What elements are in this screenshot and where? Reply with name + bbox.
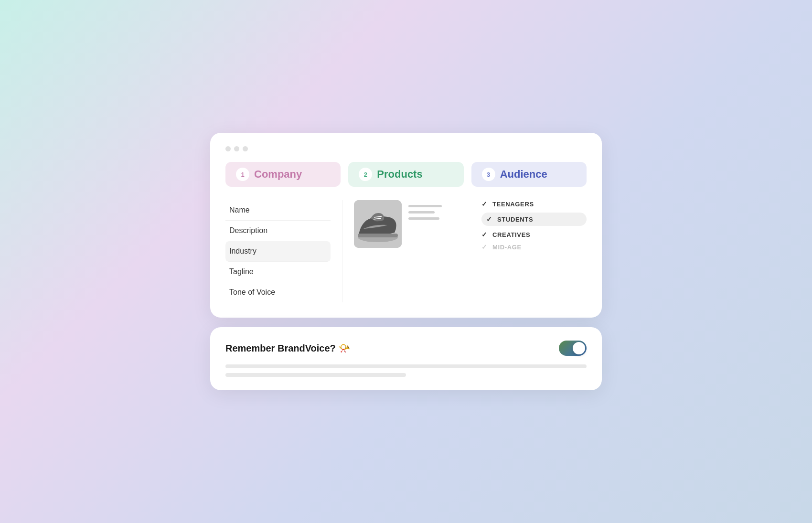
company-column: Name Description Industry Tagline Tone o… [225,200,342,302]
company-item-description[interactable]: Description [225,221,331,241]
check-icon-mid-age: ✓ [481,243,488,251]
tab-products[interactable]: 2 Products [348,162,463,187]
shoe-svg [354,200,402,248]
brandvoice-title: Remember BrandVoice? 📯 [225,342,350,354]
company-item-industry[interactable]: Industry [225,241,331,262]
progress-bar-2 [225,373,406,377]
tab-audience-number: 3 [482,168,495,181]
window-dot-3 [243,146,248,151]
content-row: Name Description Industry Tagline Tone o… [225,200,587,302]
tabs-row: 1 Company 2 Products 3 Audience [225,162,587,187]
progress-lines [225,364,587,377]
product-line-2 [408,211,435,213]
products-column [342,200,470,302]
product-image [354,200,402,248]
audience-list: ✓ TEENAGERS ✓ STUDENTS ✓ CREATIVES ✓ MID… [481,200,587,251]
check-icon-teenagers: ✓ [481,200,488,208]
tab-company-label: Company [254,168,302,181]
audience-item-students[interactable]: ✓ STUDENTS [481,213,587,226]
audience-item-mid-age[interactable]: ✓ MID-AGE [481,243,587,251]
audience-label-teenagers: TEENAGERS [492,201,534,208]
company-item-tagline[interactable]: Tagline [225,262,331,282]
check-icon-creatives: ✓ [481,231,488,238]
window-dot-2 [234,146,239,151]
svg-rect-4 [358,234,398,237]
tab-products-label: Products [377,168,422,181]
tab-audience-label: Audience [500,168,547,181]
product-line-1 [408,205,442,207]
brandvoice-row: Remember BrandVoice? 📯 [225,341,587,356]
window-dots [225,146,587,151]
check-icon-students: ✓ [486,215,492,223]
tab-company-number: 1 [236,168,249,181]
top-card: 1 Company 2 Products 3 Audience Name Des… [210,133,602,318]
product-line-3 [408,217,439,220]
audience-label-students: STUDENTS [497,216,533,223]
product-lines [408,200,442,220]
window-dot-1 [225,146,231,151]
brandvoice-toggle[interactable] [559,341,587,356]
main-container: 1 Company 2 Products 3 Audience Name Des… [210,133,602,390]
toggle-track [559,341,587,356]
company-item-name[interactable]: Name [225,200,331,221]
audience-label-mid-age: MID-AGE [492,244,522,251]
progress-bar-1 [225,364,587,368]
tab-products-number: 2 [359,168,372,181]
tab-company[interactable]: 1 Company [225,162,341,187]
toggle-knob [573,342,585,354]
company-list: Name Description Industry Tagline Tone o… [225,200,331,302]
audience-label-creatives: CREATIVES [492,231,530,238]
audience-item-teenagers[interactable]: ✓ TEENAGERS [481,200,587,208]
company-item-tone-of-voice[interactable]: Tone of Voice [225,282,331,302]
bottom-card: Remember BrandVoice? 📯 [210,327,602,390]
tab-audience[interactable]: 3 Audience [471,162,587,187]
audience-column: ✓ TEENAGERS ✓ STUDENTS ✓ CREATIVES ✓ MID… [470,200,587,302]
audience-item-creatives[interactable]: ✓ CREATIVES [481,231,587,238]
